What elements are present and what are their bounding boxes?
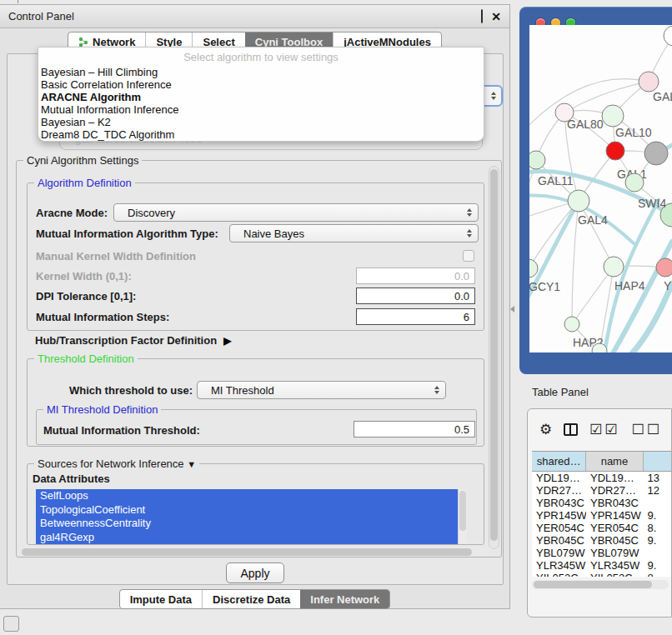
attribute-item[interactable]: BetweennessCentrality xyxy=(36,517,467,531)
table-cell xyxy=(644,547,672,559)
network-node-y[interactable] xyxy=(656,258,672,277)
algorithm-option[interactable]: Mutual Information Inference xyxy=(38,103,484,116)
tab-discretize-data[interactable]: Discretize Data xyxy=(202,590,300,608)
kernel-width-field[interactable]: 0.0 xyxy=(356,268,475,284)
attributes-list-scrollbar[interactable] xyxy=(458,489,467,544)
sources-title: Sources for Network Inference xyxy=(38,458,184,470)
bottom-tab-group: Impute DataDiscretize DataInfer Network xyxy=(119,589,391,609)
settings-hscroll-thumb[interactable] xyxy=(22,548,472,556)
column-header-name[interactable]: name xyxy=(586,452,644,471)
network-node-gcy1[interactable] xyxy=(529,259,538,278)
table-row[interactable]: YBL079WYBL079W xyxy=(532,547,672,559)
collapse-down-arrow-icon[interactable]: ▼ xyxy=(187,459,196,469)
manual-kernel-width-checkbox[interactable] xyxy=(463,250,474,262)
table-row[interactable]: YBR043CYBR043C xyxy=(532,497,672,509)
table-row[interactable]: YPR145WYPR145W9. xyxy=(532,509,672,522)
network-node-hap4[interactable] xyxy=(604,257,624,277)
algorithm-option[interactable]: Dream8 DC_TDC Algorithm xyxy=(38,128,484,141)
aracne-mode-label: Aracne Mode: xyxy=(36,207,108,219)
attribute-item[interactable]: TopologicalCoefficient xyxy=(36,503,467,518)
settings-vscroll-thumb[interactable] xyxy=(490,169,498,541)
table-row[interactable]: YBR045CYBR045C9. xyxy=(532,534,672,547)
table-row[interactable]: YER054CYER054C8. xyxy=(532,522,672,534)
mi-steps-field[interactable]: 6 xyxy=(356,308,475,325)
data-attributes-list[interactable]: SelfLoopsTopologicalCoefficientBetweenne… xyxy=(36,489,467,544)
aracne-mode-select[interactable]: Discovery xyxy=(113,203,479,222)
close-icon[interactable]: ✕ xyxy=(491,12,501,21)
mi-algorithm-type-select[interactable]: Naive Bayes xyxy=(229,224,479,242)
table-cell: YIL052C xyxy=(532,572,586,577)
table-header-row: shared…name xyxy=(532,452,672,472)
network-edge[interactable] xyxy=(572,267,614,324)
settings-horizontal-scrollbar[interactable] xyxy=(20,548,487,557)
network-node[interactable] xyxy=(664,26,672,46)
split-column-icon[interactable] xyxy=(564,423,578,436)
mi-threshold-field[interactable]: 0.5 xyxy=(354,421,475,438)
network-node-gal1[interactable] xyxy=(606,142,624,160)
attributes-scroll-thumb[interactable] xyxy=(459,491,466,531)
which-threshold-label: Which threshold to use: xyxy=(69,384,193,397)
apply-button[interactable]: Apply xyxy=(226,562,284,583)
table-row[interactable]: YDL19…YDL19…13 xyxy=(532,472,672,484)
dpi-tolerance-field[interactable]: 0.0 xyxy=(356,288,475,304)
sources-legend: Sources for Network Inference ▼ xyxy=(34,458,199,470)
node-label: HAP4 xyxy=(614,279,645,292)
network-highlighted-edge[interactable] xyxy=(632,283,672,352)
tab-impute-data[interactable]: Impute Data xyxy=(120,590,202,608)
mi-steps-label: Mutual Information Steps: xyxy=(36,311,169,323)
table-cell: YBR043C xyxy=(586,497,644,509)
node-label: GAL xyxy=(653,90,672,103)
network-node[interactable] xyxy=(644,142,668,165)
network-node-gal4[interactable] xyxy=(568,190,589,212)
network-canvas[interactable]: GALGAL80GAL10GAL1GAL11SWI4GAL4GCY1HAP4YH… xyxy=(529,25,672,352)
table-row[interactable]: YDR27…YDR27…12 xyxy=(532,484,672,497)
tab-infer-network[interactable]: Infer Network xyxy=(300,590,389,608)
which-threshold-select[interactable]: MI Threshold xyxy=(197,381,446,399)
settings-gear-icon[interactable]: ⚙ xyxy=(539,421,552,438)
bottom-tab-row: Impute DataDiscretize DataInfer Network xyxy=(0,589,509,609)
algorithm-option[interactable]: Basic Correlation Inference xyxy=(38,78,484,91)
panel-resize-grip[interactable] xyxy=(510,306,514,312)
table-cell: 9. xyxy=(644,559,672,572)
algorithm-option[interactable]: ARACNE Algorithm xyxy=(38,91,484,103)
table-hscroll-thumb[interactable] xyxy=(534,581,652,588)
network-node[interactable] xyxy=(625,173,644,192)
cyni-algorithm-settings-group: Cyni Algorithm Settings Algorithm Defini… xyxy=(16,160,502,558)
table-cell: 13 xyxy=(644,472,672,484)
table-row[interactable]: YIL052CYIL052C8. xyxy=(532,572,672,577)
attribute-item[interactable]: gal4RGexp xyxy=(36,531,467,545)
float-window-icon[interactable] xyxy=(481,10,483,22)
table-cell: YDL19… xyxy=(586,472,644,484)
combo-arrows-icon xyxy=(467,208,472,217)
table-cell: YBL079W xyxy=(532,547,586,559)
network-node-gal[interactable] xyxy=(639,72,659,92)
table-horizontal-scrollbar[interactable] xyxy=(532,580,669,589)
node-label: Y xyxy=(664,279,672,292)
table-cell: YER054C xyxy=(532,522,586,534)
column-header-shared…[interactable]: shared… xyxy=(532,452,586,471)
algorithm-option[interactable]: Bayesian – Hill Climbing xyxy=(38,66,484,78)
table-cell: 9. xyxy=(644,509,672,522)
select-all-columns-icon[interactable]: ☑☑ xyxy=(589,421,619,438)
settings-vertical-scrollbar[interactable] xyxy=(489,166,499,549)
unselect-all-columns-icon[interactable]: ☐☐ xyxy=(632,421,662,438)
network-view-window: GALGAL80GAL10GAL1GAL11SWI4GAL4GCY1HAP4YH… xyxy=(519,7,672,374)
mi-algorithm-type-value: Naive Bayes xyxy=(243,228,304,240)
corner-widget-icon[interactable] xyxy=(3,616,19,632)
network-node-gal10[interactable] xyxy=(602,105,624,127)
algorithm-option[interactable]: Bayesian – K2 xyxy=(38,116,484,128)
table-panel: ⚙☑☑☐☐ shared…nameYDL19…YDL19…13YDR27…YDR… xyxy=(527,408,672,618)
network-node-gal11[interactable] xyxy=(529,151,545,169)
node-table[interactable]: shared…nameYDL19…YDL19…13YDR27…YDR27…12Y… xyxy=(532,451,672,577)
network-node-hap2[interactable] xyxy=(564,317,579,332)
algorithm-list: Bayesian – Hill ClimbingBasic Correlatio… xyxy=(38,66,484,141)
expand-right-arrow-icon[interactable]: ▶ xyxy=(223,335,231,347)
hub-definition-toggle[interactable]: Hub/Transcription Factor Definition▶ xyxy=(35,334,231,347)
node-label: GAL11 xyxy=(538,174,574,188)
column-header-extra[interactable] xyxy=(644,452,672,471)
attribute-item[interactable]: SelfLoops xyxy=(36,489,467,503)
table-cell: 8. xyxy=(644,522,672,534)
combo-arrows-icon xyxy=(467,229,472,238)
data-attributes-label: Data Attributes xyxy=(33,472,110,485)
table-row[interactable]: YLR345WYLR345W9. xyxy=(532,559,672,572)
